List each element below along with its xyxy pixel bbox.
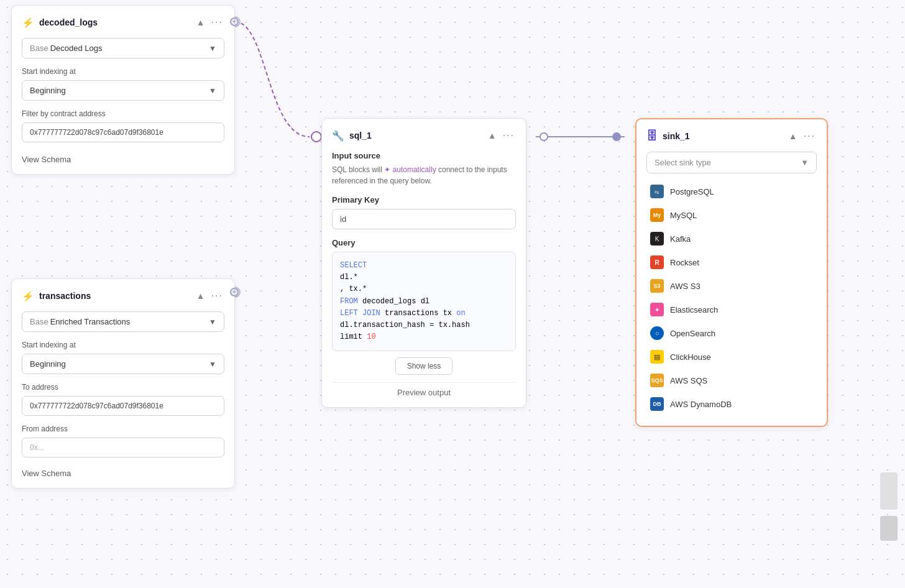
sql-dl-star: dl.* (340, 273, 358, 282)
decoded-logs-collapse-btn[interactable]: ▲ (195, 16, 206, 29)
sql-show-less-btn[interactable]: Show less (395, 357, 453, 375)
sql-limit-kw: limit (340, 333, 367, 341)
sql-join-table: transactions tx (380, 309, 456, 318)
transactions-source-value: Enriched Transactions (50, 317, 131, 326)
sink-title-group: 🗄 sink_1 (646, 130, 690, 143)
sql-query-box[interactable]: SELECT dl.* , tx.* FROM decoded_logs dl … (332, 252, 516, 351)
sql-kw-from: FROM (340, 297, 358, 306)
sink-option-mysql-label: MySQL (670, 211, 697, 220)
db-icon: 🗄 (646, 130, 658, 143)
opensearch-icon: ○ (650, 326, 664, 340)
transactions-source-select[interactable]: BaseEnriched Transactions ▼ (22, 311, 224, 332)
sql-input-source-desc: SQL blocks will ✦ automatically connect … (332, 164, 516, 186)
sink-collapse-btn[interactable]: ▲ (788, 130, 799, 142)
transactions-menu-btn[interactable]: ··· (210, 289, 224, 303)
sink-option-rockset-label: Rockset (670, 258, 699, 267)
sql-menu-btn[interactable]: ··· (502, 129, 516, 142)
decoded-logs-start-chevron: ▼ (209, 86, 216, 95)
kafka-icon: K (650, 232, 664, 246)
sql-kw-join: LEFT JOIN (340, 309, 380, 318)
sql-limit-num: 10 (367, 333, 375, 341)
decoded-logs-menu-btn[interactable]: ··· (210, 16, 224, 29)
decoded-logs-start-select[interactable]: Beginning ▼ (22, 80, 224, 101)
sink-option-clickhouse[interactable]: ▤ ClickHouse (646, 345, 817, 369)
decoded-logs-filter-input[interactable] (22, 122, 224, 142)
sink-option-kafka-label: Kafka (670, 234, 691, 244)
transactions-start-chevron: ▼ (209, 360, 216, 369)
sink-option-aws-dynamodb[interactable]: DB AWS DynamoDB (646, 392, 817, 416)
sink-option-kafka[interactable]: K Kafka (646, 227, 817, 250)
transactions-from-input[interactable] (22, 438, 224, 457)
sink-option-postgresql-label: PostgreSQL (670, 187, 714, 196)
decoded-logs-filter-label: Filter by contract address (22, 109, 224, 118)
sink-option-opensearch[interactable]: ○ OpenSearch (646, 321, 817, 345)
sql-desc-before: SQL blocks will (332, 165, 384, 174)
transactions-source-base-tag: Base (30, 317, 48, 326)
transactions-node: ⚡ transactions ▲ ··· BaseEnriched Transa… (11, 278, 235, 489)
decoded-logs-header: ⚡ decoded_logs ▲ ··· (22, 16, 224, 29)
transactions-output-connector[interactable]: + (230, 288, 239, 296)
sink-options-list: Pg PostgreSQL My MySQL K Kafka R Rockset (646, 180, 817, 416)
sink-option-aws-s3[interactable]: S3 AWS S3 (646, 274, 817, 298)
aws-dynamodb-icon: DB (650, 397, 664, 411)
sql-title-group: 🔧 sql_1 (332, 130, 372, 142)
decoded-logs-source-chevron: ▼ (209, 44, 216, 53)
sink-type-select[interactable]: Select sink type ▼ (646, 152, 817, 173)
transactions-header: ⚡ transactions ▲ ··· (22, 289, 224, 303)
transactions-view-schema[interactable]: View Schema (22, 469, 224, 478)
mysql-icon: My (650, 208, 664, 222)
bolt-icon: ⚡ (22, 17, 34, 29)
transactions-controls: ▲ ··· (195, 289, 224, 303)
sink-option-aws-s3-label: AWS S3 (670, 282, 701, 291)
sql-node: 🔧 sql_1 ▲ ··· Input source SQL blocks wi… (321, 118, 526, 408)
decoded-logs-controls: ▲ ··· (195, 16, 224, 29)
transactions-to-input[interactable] (22, 396, 224, 416)
sink-option-mysql[interactable]: My MySQL (646, 203, 817, 227)
postgresql-icon: Pg (650, 185, 664, 198)
sink-type-chevron: ▼ (801, 158, 809, 167)
clickhouse-icon: ▤ (650, 350, 664, 364)
sql-title: sql_1 (349, 131, 372, 140)
svg-point-5 (311, 132, 321, 142)
decoded-logs-source-value: Decoded Logs (50, 44, 103, 53)
sql-auto-link-text: automatically (393, 165, 436, 174)
sql-kw-select: SELECT (340, 261, 367, 270)
sql-collapse-btn[interactable]: ▲ (487, 129, 498, 142)
sink-title: sink_1 (663, 131, 690, 141)
sink-menu-btn[interactable]: ··· (802, 129, 817, 143)
sql-join-condition: dl.transaction_hash = tx.hash (340, 321, 470, 329)
sql-controls: ▲ ··· (487, 129, 516, 142)
aws-s3-icon: S3 (650, 279, 664, 293)
sink-option-aws-sqs-label: AWS SQS (670, 376, 707, 385)
transactions-collapse-btn[interactable]: ▲ (195, 290, 206, 302)
scrollbar-thumb[interactable] (880, 516, 898, 541)
sink-option-opensearch-label: OpenSearch (670, 329, 715, 338)
sink-option-rockset[interactable]: R Rockset (646, 250, 817, 274)
sql-primary-key-label: Primary Key (332, 195, 516, 204)
decoded-logs-title: decoded_logs (39, 17, 98, 27)
aws-sqs-icon: SQS (650, 374, 664, 387)
svg-point-1 (540, 133, 548, 140)
transactions-from-label: From address (22, 425, 224, 433)
transactions-start-select[interactable]: Beginning ▼ (22, 354, 224, 374)
decoded-logs-source-select[interactable]: BaseDecoded Logs ▼ (22, 38, 224, 58)
elasticsearch-icon: ✦ (650, 303, 664, 316)
sql-primary-key-input[interactable] (332, 209, 516, 229)
transactions-source-chevron: ▼ (209, 318, 216, 326)
decoded-logs-view-schema[interactable]: View Schema (22, 155, 224, 164)
wrench-icon: 🔧 (332, 130, 344, 142)
decoded-logs-start-value: Beginning (30, 86, 66, 95)
sql-from-table: decoded_logs dl (358, 297, 430, 306)
sink-option-aws-sqs[interactable]: SQS AWS SQS (646, 369, 817, 392)
rockset-icon: R (650, 255, 664, 269)
sql-query-label: Query (332, 238, 516, 247)
decoded-logs-output-connector[interactable]: + (230, 17, 239, 26)
transactions-title: transactions (39, 291, 91, 301)
sink-option-postgresql[interactable]: Pg PostgreSQL (646, 180, 817, 203)
transactions-start-label: Start indexing at (22, 341, 224, 349)
transactions-to-label: To address (22, 383, 224, 392)
sink-option-aws-dynamodb-label: AWS DynamoDB (670, 400, 732, 409)
sql-preview-output-link[interactable]: Preview output (332, 382, 516, 397)
svg-point-2 (613, 133, 620, 140)
sink-option-elasticsearch[interactable]: ✦ Elasticsearch (646, 298, 817, 321)
